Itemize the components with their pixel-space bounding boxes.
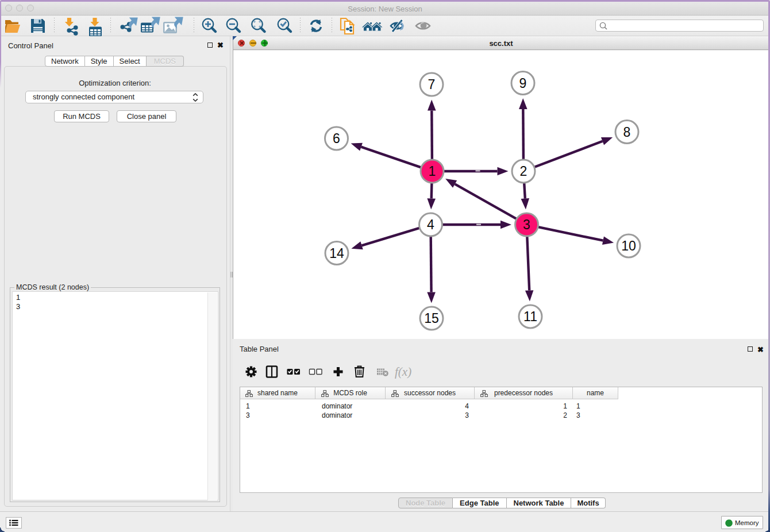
svg-text:7: 7 — [428, 77, 436, 92]
svg-text:4: 4 — [427, 217, 434, 232]
svg-text:9: 9 — [519, 75, 527, 90]
svg-text:1: 1 — [429, 164, 436, 179]
svg-text:f(x): f(x) — [395, 365, 411, 379]
svg-text:11: 11 — [523, 309, 537, 324]
svg-text:8: 8 — [623, 124, 631, 139]
svg-text:3: 3 — [523, 217, 530, 232]
svg-text:15: 15 — [424, 311, 439, 326]
svg-text:2: 2 — [520, 164, 528, 179]
svg-text:14: 14 — [329, 245, 344, 260]
svg-text:10: 10 — [621, 238, 636, 253]
svg-text:6: 6 — [333, 131, 340, 146]
